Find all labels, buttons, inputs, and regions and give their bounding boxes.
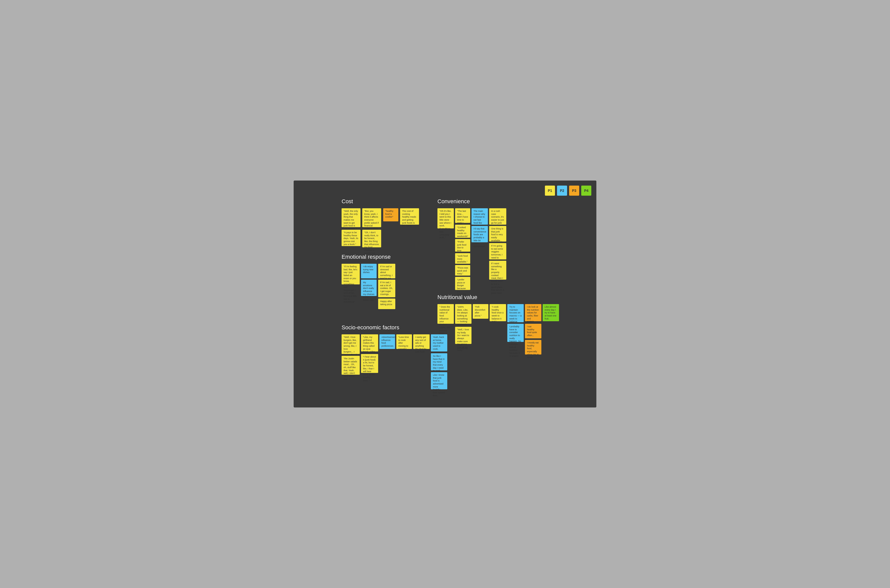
sticky-note[interactable]: One thing is that junk food is very easi… bbox=[489, 226, 506, 242]
sticky-note[interactable]: I mostly eat healthy food, especially wh… bbox=[525, 340, 541, 354]
sticky-note[interactable]: I prefer pizza or Burger because it's av… bbox=[455, 277, 470, 290]
sticky-note[interactable]: Try to maintain focuses on macros — a we… bbox=[507, 304, 524, 322]
sticky-note[interactable]: "Oh, I don't really think, to be honest,… bbox=[362, 230, 381, 248]
sticky-note[interactable]: "But, you know, yeah, I think it affects… bbox=[362, 208, 381, 227]
sticky-note[interactable]: Yeah, back at home, my mother used to co… bbox=[431, 334, 447, 351]
sticky-note[interactable]: So like I have that in my mind that ever… bbox=[431, 353, 447, 370]
participant-p4[interactable]: P4 bbox=[581, 186, 591, 196]
nutritional-title: Nutritional value bbox=[437, 294, 559, 300]
sticky-note[interactable]: I rarely get any sort of ads or anything… bbox=[413, 334, 430, 349]
sticky-note[interactable]: "Felt discomfort after pizza." bbox=[473, 304, 489, 319]
sticky-note[interactable]: The main reason why I choose to eat fast… bbox=[472, 208, 488, 225]
sticky-note[interactable]: " Does the nutritional value of food inf… bbox=[437, 304, 454, 324]
sticky-note[interactable]: "Like, my girlfriend makes this thing ca… bbox=[361, 334, 378, 351]
sticky-note[interactable]: I probably have to consider nutrition to… bbox=[507, 324, 524, 342]
sticky-note[interactable]: In a rush case scenario, it's easier to … bbox=[489, 208, 506, 225]
sticky-note[interactable]: "Cooked healthy meals on weekends" bbox=[455, 225, 470, 238]
socio-section: Socio-economic factors "Well, I love bur… bbox=[341, 324, 468, 334]
cost-title: Cost bbox=[341, 198, 422, 205]
sticky-note[interactable]: I do look at the nutrition values for ca… bbox=[525, 304, 541, 321]
socio-title: Socio-economic factors bbox=[341, 324, 468, 331]
emotional-title: Emotional response bbox=[341, 254, 407, 260]
participant-badges: P1 P2 P3 P4 bbox=[545, 186, 591, 196]
participant-p2[interactable]: P2 bbox=[557, 186, 567, 196]
sticky-note[interactable]: "Oh it's like, I told you I went to this… bbox=[437, 208, 454, 228]
main-canvas: P1 P2 P3 P4 Cost "Well, the only yeah, t… bbox=[294, 180, 596, 408]
convenience-title: Convenience bbox=[437, 198, 518, 205]
sticky-note[interactable]: "If I'm feeling bad, like, let's say I j… bbox=[341, 264, 360, 284]
sticky-note[interactable]: If I want something like a properly cook… bbox=[489, 261, 506, 280]
sticky-note[interactable]: "I cook healthy food once a week to bala… bbox=[490, 304, 506, 321]
sticky-note[interactable]: "The last time... didn't have time to co… bbox=[455, 208, 470, 223]
sticky-note[interactable]: "Pizza was quick and easy." bbox=[455, 265, 470, 276]
sticky-note[interactable]: My emotions don't really influence my ch… bbox=[361, 280, 377, 296]
sticky-note[interactable]: "Well, I love burgers, like, don't get m… bbox=[341, 334, 360, 354]
sticky-note[interactable]: If I'm sad or stressed about something, … bbox=[378, 264, 395, 278]
nutritional-section: Nutritional value " Does the nutritional… bbox=[437, 294, 559, 304]
participant-p1[interactable]: P1 bbox=[545, 186, 555, 196]
sticky-note[interactable]: Happy after taking pizza bbox=[378, 298, 395, 309]
sticky-note[interactable]: "Junk food more available." bbox=[455, 253, 470, 264]
sticky-note[interactable]: "Well, the only yeah, the only thing tha… bbox=[341, 208, 361, 227]
sticky-note[interactable]: I do enjoy trying new dishes bbox=[361, 264, 377, 278]
cost-section: Cost "Well, the only yeah, the only thin… bbox=[341, 198, 422, 208]
sticky-note[interactable]: If I'm going to eat some veggies tomorro… bbox=[489, 243, 506, 260]
sticky-note[interactable]: Advertisements influence food preference… bbox=[379, 334, 395, 349]
sticky-note[interactable]: "100% does. Like, I'm always looking at … bbox=[455, 304, 472, 324]
convenience-section: Convenience "Oh it's like, I told you I … bbox=[437, 198, 518, 208]
sticky-note[interactable]: "healthy food is costlier" bbox=[383, 208, 398, 221]
sticky-note[interactable]: I'd say that convenience foods are proba… bbox=[472, 226, 488, 242]
sticky-note[interactable]: "Prefer junk food due to time constraint… bbox=[455, 239, 470, 252]
sticky-note[interactable]: Like almost every day I try to have at l… bbox=[543, 304, 559, 321]
sticky-note[interactable]: "It pays to be healthy these days. Yeah,… bbox=[341, 230, 361, 246]
sticky-note[interactable]: "Less time to cook after moving to canad… bbox=[396, 334, 412, 349]
participant-p3[interactable]: P3 bbox=[569, 186, 579, 196]
emotional-section: Emotional response "If I'm feeling bad, … bbox=[341, 254, 407, 264]
sticky-note[interactable]: I eat healthy food quite often... bbox=[525, 324, 541, 338]
sticky-note[interactable]: Like I know that junk food is advertised… bbox=[431, 372, 447, 389]
sticky-note[interactable]: "the Justin bieber salads meal... Oh, oh… bbox=[341, 356, 360, 375]
sticky-note[interactable]: if I'm sad, I eat a lot of cookies. Oh, … bbox=[378, 280, 395, 297]
sticky-note[interactable]: "I hear about it (junk food) a lot, but … bbox=[361, 354, 378, 373]
sticky-note[interactable]: The cost of cooking healthy meals and ge… bbox=[400, 208, 419, 225]
